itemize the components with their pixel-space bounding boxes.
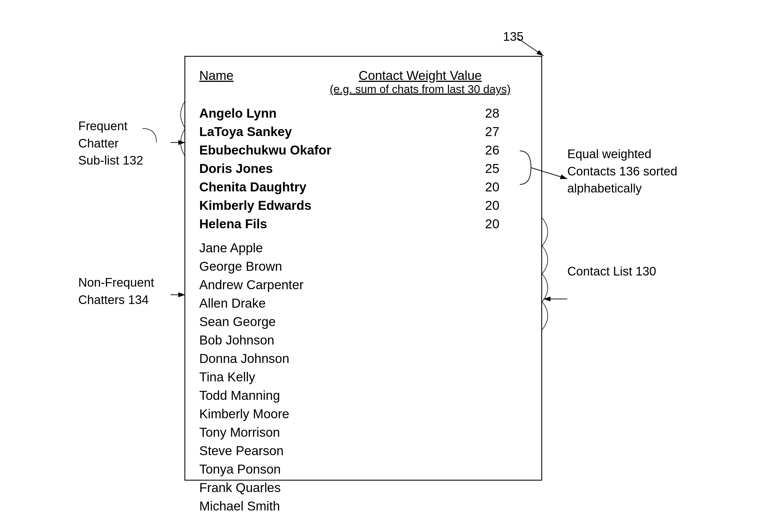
table-row: Ebubechukwu Okafor26 xyxy=(199,141,527,159)
table-row: Kimberly Edwards20 xyxy=(199,196,527,215)
table-row: Jane Apple xyxy=(199,239,527,257)
table-row: Frank Quarles xyxy=(199,478,527,497)
contact-name: Kimberly Moore xyxy=(199,406,289,422)
label-equal-weighted: Equal weighted Contacts 136 sorted alpha… xyxy=(567,145,677,197)
contact-name: Bob Johnson xyxy=(199,332,275,348)
col-name-header: Name xyxy=(199,68,234,95)
label-frequent-chatter: Frequent Chatter Sub-list 132 xyxy=(78,118,143,169)
table-row: Donna Johnson xyxy=(199,349,527,368)
dots-section: . . . xyxy=(199,524,527,532)
label-135: 135 xyxy=(503,28,524,45)
contact-weight-value: 28 xyxy=(485,105,499,121)
table-row: Doris Jones25 xyxy=(199,159,527,178)
separator xyxy=(199,233,527,239)
non-frequent-contacts-section: Jane AppleGeorge BrownAndrew CarpenterAl… xyxy=(199,239,527,515)
contact-name: Ebubechukwu Okafor xyxy=(199,143,331,158)
contact-weight-value: 27 xyxy=(485,124,499,139)
table-row: Steve Pearson xyxy=(199,442,527,460)
table-row: Bob Johnson xyxy=(199,331,527,349)
contact-name: Michael Smith xyxy=(199,499,280,514)
table-row: Andrew Carpenter xyxy=(199,276,527,294)
contact-name: Sean George xyxy=(199,314,276,329)
contact-name: Chenita Daughtry xyxy=(199,179,306,195)
table-row: Chenita Daughtry20 xyxy=(199,178,527,196)
table-row: Tonya Ponson xyxy=(199,460,527,478)
contact-weight-value: 25 xyxy=(485,161,499,176)
table-row: Helena Fils20 xyxy=(199,215,527,233)
contact-name: Kimberly Edwards xyxy=(199,198,311,213)
contact-name: Angelo Lynn xyxy=(199,105,277,121)
column-headers: Name Contact Weight Value (e.g. sum of c… xyxy=(199,68,527,95)
table-row: Michael Smith xyxy=(199,497,527,515)
table-row: Tina Kelly xyxy=(199,368,527,386)
contact-name: Helena Fils xyxy=(199,216,267,231)
contact-name: Tina Kelly xyxy=(199,369,255,384)
contact-name: Tonya Ponson xyxy=(199,462,281,477)
contact-name: Doris Jones xyxy=(199,161,273,176)
table-row: Allen Drake xyxy=(199,294,527,312)
contact-weight-value: 26 xyxy=(485,143,499,158)
table-row: Todd Manning xyxy=(199,386,527,404)
table-row: Angelo Lynn28 xyxy=(199,104,527,123)
table-row: Tony Morrison xyxy=(199,423,527,442)
table-row: Sean George xyxy=(199,312,527,331)
contact-name: Andrew Carpenter xyxy=(199,277,304,292)
contact-weight-value: 20 xyxy=(485,179,499,195)
frequent-contacts-section: Angelo Lynn28LaToya Sankey27Ebubechukwu … xyxy=(199,104,527,233)
contact-name: Frank Quarles xyxy=(199,480,281,495)
contact-weight-value: 20 xyxy=(485,216,499,231)
diagram-container: 135 Frequent Chatter Sub-list 132 Equal … xyxy=(78,22,699,511)
contact-name: LaToya Sankey xyxy=(199,124,292,139)
table-row: George Brown xyxy=(199,257,527,276)
contact-name: Todd Manning xyxy=(199,388,280,403)
contact-name: George Brown xyxy=(199,259,282,274)
label-non-frequent: Non-Frequent Chatters 134 xyxy=(78,274,154,308)
col-weight-header: Contact Weight Value (e.g. sum of chats … xyxy=(330,68,511,95)
contact-name: Jane Apple xyxy=(199,240,263,255)
contact-name: Steve Pearson xyxy=(199,443,284,458)
table-row: LaToya Sankey27 xyxy=(199,123,527,141)
contact-name: Allen Drake xyxy=(199,296,266,311)
table-row: Kimberly Moore xyxy=(199,404,527,423)
contact-name: Donna Johnson xyxy=(199,351,289,366)
contact-list-box: Name Contact Weight Value (e.g. sum of c… xyxy=(184,56,542,480)
contact-name: Tony Morrison xyxy=(199,425,280,440)
contact-weight-value: 20 xyxy=(485,198,499,213)
label-contact-list: Contact List 130 xyxy=(567,262,656,280)
